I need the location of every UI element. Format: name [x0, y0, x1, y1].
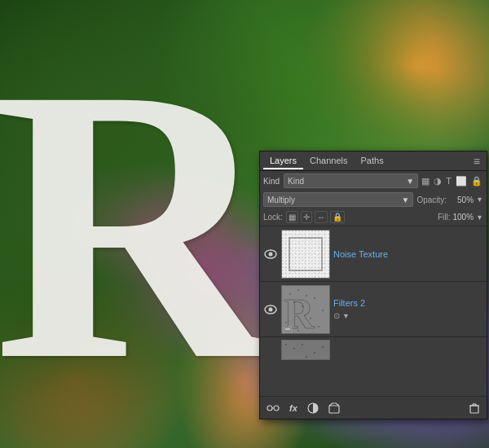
filter-icons: ▦ ◑ T ⬜ 🔒	[421, 175, 483, 187]
layer-item-3[interactable]	[260, 337, 487, 362]
filter-row: Kind Kind ▼ ▦ ◑ T ⬜ 🔒	[260, 171, 487, 191]
toolbar-fx-button[interactable]: fx	[286, 402, 301, 415]
filter-kind-dropdown[interactable]: Kind ▼	[284, 173, 418, 188]
svg-rect-41	[470, 406, 478, 413]
svg-point-36	[267, 406, 272, 411]
svg-point-32	[302, 344, 303, 345]
svg-point-30	[285, 344, 287, 345]
layers-list: Noise Texture R	[260, 226, 487, 396]
svg-point-13	[269, 307, 273, 311]
svg-rect-28	[285, 328, 290, 330]
svg-rect-7	[289, 255, 289, 256]
tab-layers[interactable]: Layers	[263, 153, 303, 169]
svg-rect-2	[286, 235, 287, 235]
layer-controls-2: ⊙ ▼	[333, 311, 483, 320]
lock-all-icon[interactable]: 🔒	[330, 211, 345, 223]
layer-item-noise-texture[interactable]: Noise Texture	[260, 226, 487, 282]
svg-point-23	[310, 318, 311, 319]
layer-fx-icon-2[interactable]: ⊙	[333, 311, 340, 320]
layer-thumb-3	[281, 340, 330, 360]
svg-rect-6	[319, 247, 319, 248]
fill-arrow: ▼	[476, 213, 483, 222]
svg-point-16	[289, 293, 291, 295]
svg-rect-4	[298, 243, 299, 244]
svg-point-37	[274, 406, 279, 411]
svg-rect-5	[311, 239, 311, 239]
svg-point-33	[314, 352, 315, 354]
svg-point-18	[306, 295, 307, 296]
svg-rect-8	[302, 259, 303, 260]
svg-point-24	[285, 322, 287, 323]
svg-rect-10	[294, 271, 295, 272]
svg-point-35	[306, 356, 307, 358]
svg-point-20	[302, 305, 303, 307]
lock-icons: ▦ ✛ ↔ 🔒	[286, 211, 345, 223]
layer-info-1: Noise Texture	[333, 249, 483, 259]
toolbar-adjustment-button[interactable]	[304, 401, 322, 415]
lock-artboard-icon[interactable]: ↔	[315, 211, 328, 223]
panel-toolbar: fx	[260, 396, 487, 419]
filter-adjust-icon[interactable]: ◑	[433, 175, 443, 187]
lock-pixels-icon[interactable]: ▦	[286, 211, 298, 223]
svg-point-31	[293, 348, 295, 349]
toolbar-link-button[interactable]	[263, 401, 283, 415]
letter-r: R	[16, 8, 244, 440]
opacity-value[interactable]: 50%	[449, 195, 474, 204]
svg-rect-9	[323, 263, 324, 264]
panel-tabs: Layers Channels Paths ≡	[260, 152, 487, 171]
opacity-label: Opacity:	[416, 195, 447, 204]
fill-group: Fill: 100% ▼	[438, 213, 483, 222]
filter-shape-icon[interactable]: ⬜	[455, 175, 468, 187]
svg-point-21	[314, 297, 315, 299]
svg-point-17	[297, 289, 299, 291]
svg-point-19	[293, 301, 295, 303]
svg-rect-40	[329, 406, 339, 413]
opacity-arrow: ▼	[476, 195, 483, 204]
layer-info-2: Filters 2 ⊙ ▼	[333, 298, 483, 320]
tab-channels[interactable]: Channels	[303, 153, 354, 169]
blend-row: Multiply ▼ Opacity: 50% ▼	[260, 191, 487, 209]
layer-name-1: Noise Texture	[333, 249, 483, 259]
toolbar-delete-button[interactable]	[465, 401, 483, 415]
layer-name-2: Filters 2	[333, 298, 483, 308]
svg-point-26	[297, 330, 299, 332]
svg-point-22	[322, 310, 324, 311]
blend-mode-dropdown[interactable]: Multiply ▼	[263, 192, 413, 207]
toolbar-group-button[interactable]	[325, 401, 343, 415]
tab-paths[interactable]: Paths	[355, 153, 390, 169]
filter-type-icon[interactable]: T	[445, 175, 452, 187]
filter-pixel-icon[interactable]: ▦	[421, 175, 430, 187]
svg-point-34	[322, 346, 324, 348]
letter-r-text: R	[0, 29, 267, 419]
filter-lock-icon[interactable]: 🔒	[470, 175, 483, 187]
layer-thumb-2: R	[281, 285, 330, 334]
opacity-group: Opacity: 50% ▼	[416, 195, 483, 204]
svg-rect-11	[315, 275, 315, 276]
layer-thumb-1	[281, 230, 330, 279]
layer-expand-icon[interactable]: ▼	[342, 312, 350, 320]
layer-visibility-1[interactable]	[263, 247, 278, 261]
fill-value[interactable]: 100%	[453, 213, 474, 222]
lock-row: Lock: ▦ ✛ ↔ 🔒 Fill: 100% ▼	[260, 209, 487, 226]
layer-visibility-2[interactable]	[263, 302, 278, 317]
layer-item-filters-2[interactable]: R Fi	[260, 282, 487, 337]
filter-kind-label: Kind	[263, 177, 280, 186]
layer-visibility-3[interactable]	[263, 340, 278, 354]
lock-position-icon[interactable]: ✛	[301, 211, 312, 223]
fill-label: Fill:	[438, 213, 451, 222]
svg-point-25	[318, 326, 319, 327]
lock-label: Lock:	[263, 213, 283, 222]
svg-point-1	[269, 252, 273, 256]
layers-panel: Layers Channels Paths ≡ Kind Kind ▼ ▦ ◑ …	[259, 151, 487, 419]
panel-menu-icon[interactable]: ≡	[470, 155, 483, 168]
svg-rect-3	[292, 237, 293, 238]
